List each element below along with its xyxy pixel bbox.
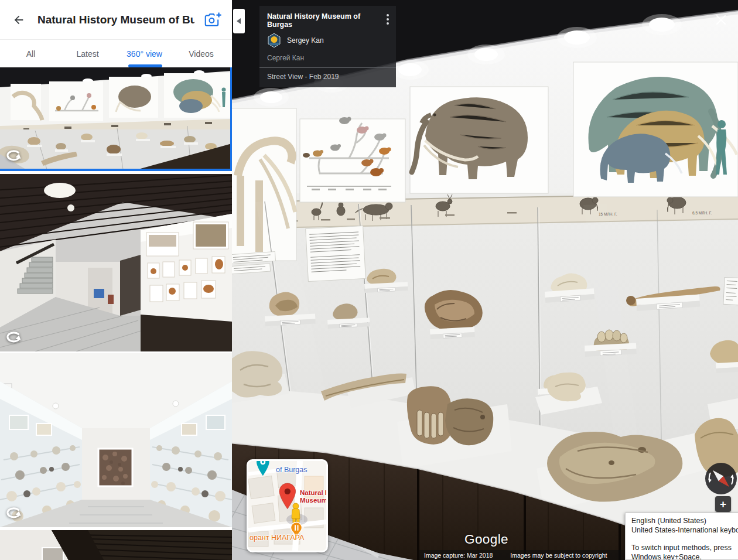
- photo-author-row[interactable]: Sergey Kan: [267, 33, 388, 48]
- three-dot-menu-icon: [387, 14, 389, 25]
- collapse-sidebar-button[interactable]: [233, 9, 245, 33]
- compass[interactable]: [705, 462, 737, 495]
- back-button[interactable]: [7, 8, 30, 32]
- tab-latest[interactable]: Latest: [59, 40, 116, 67]
- minimap-area-label: of Burgas: [276, 466, 308, 474]
- poster-mammoth-size-comparison: [573, 62, 738, 197]
- fossil-large-pale: [232, 351, 282, 397]
- photo-filter-tabs: All Latest 360° view Videos: [0, 40, 232, 67]
- photo-thumbnail-hallway[interactable]: [0, 174, 232, 351]
- fossil-vertebra: [547, 373, 586, 401]
- minimap-street-label: орант НИАГАРА: [250, 534, 304, 542]
- frieze-label: 6,5 МЛН. Г.: [692, 211, 712, 215]
- switch-hint-line1: To switch input methods, press: [631, 543, 736, 552]
- minimap-place-label: Natural H Museum: [300, 489, 328, 504]
- poster-woolly-mammoth: [410, 87, 548, 193]
- thumbnail-image-fossil-case: [0, 67, 232, 169]
- photo-options-menu[interactable]: [382, 13, 394, 27]
- language-name: English (United States): [631, 516, 736, 525]
- photo-thumbnail-ceiling[interactable]: [0, 530, 232, 560]
- zoom-in-button[interactable]: +: [715, 496, 731, 512]
- spacer: [631, 535, 736, 543]
- camera-plus-icon: [204, 12, 222, 28]
- image-capture-date: Image capture: Mar 2018: [424, 552, 493, 559]
- thumbnail-image-hallway: [0, 174, 232, 351]
- photosphere-icon: [6, 150, 23, 164]
- poster-elephant-evolution-chart: [300, 117, 405, 203]
- page-title: Natural History Museum of Burgas: [37, 13, 194, 26]
- photo-source-date: Street View - Feb 2019: [267, 73, 388, 81]
- compass-icon: [705, 462, 737, 495]
- chevron-left-icon: [237, 18, 241, 24]
- switch-hint-line2: Windows key+Space.: [631, 552, 736, 560]
- thumbnail-image-ceiling: [0, 530, 232, 560]
- minimap[interactable]: of Burgas Natural H Museum орант НИАГАРА: [247, 459, 328, 552]
- photo-title: Natural History Museum of Burgas: [267, 12, 388, 29]
- photo-thumbnail-minerals-room[interactable]: [0, 353, 232, 527]
- photo-author: Sergey Kan: [287, 36, 324, 45]
- thumbnail-image-minerals-room: [0, 353, 232, 527]
- photo-info-card: Natural History Museum of Burgas Sergey …: [259, 6, 396, 87]
- tab-all[interactable]: All: [2, 40, 59, 67]
- exhibit-label: [723, 277, 738, 305]
- photo-thumbnail-list: [0, 67, 232, 560]
- sidebar-header: Natural History Museum of Burgas: [0, 0, 232, 40]
- panorama-viewer[interactable]: 15 МЛН. Г. 6,5 МЛН. Г.: [232, 0, 738, 560]
- google-watermark: Google: [464, 532, 508, 547]
- keyboard-layout: United States-International keyboard: [631, 525, 736, 535]
- google-maps-photo-viewer: Natural History Museum of Burgas All Lat…: [0, 0, 738, 560]
- copyright-notice: Images may be subject to copyright: [510, 552, 607, 559]
- close-button[interactable]: [712, 12, 730, 29]
- card-divider: [259, 67, 396, 68]
- photosphere-icon: [6, 332, 23, 346]
- close-icon: [715, 13, 727, 26]
- exhibit-info-panel: [306, 226, 366, 281]
- tab-360-view[interactable]: 360° view: [116, 40, 173, 67]
- photos-sidebar: Natural History Museum of Burgas All Lat…: [0, 0, 232, 560]
- add-photo-button[interactable]: [201, 8, 225, 32]
- tab-videos[interactable]: Videos: [173, 40, 230, 67]
- author-avatar-badge: [267, 33, 281, 48]
- photo-thumbnail-fossil-case[interactable]: [0, 67, 232, 171]
- back-arrow-icon: [12, 13, 25, 26]
- photosphere-icon: [6, 507, 23, 521]
- photo-author-alt: Сергей Кан: [267, 54, 388, 62]
- windows-language-popup: English (United States) United States-In…: [625, 513, 738, 560]
